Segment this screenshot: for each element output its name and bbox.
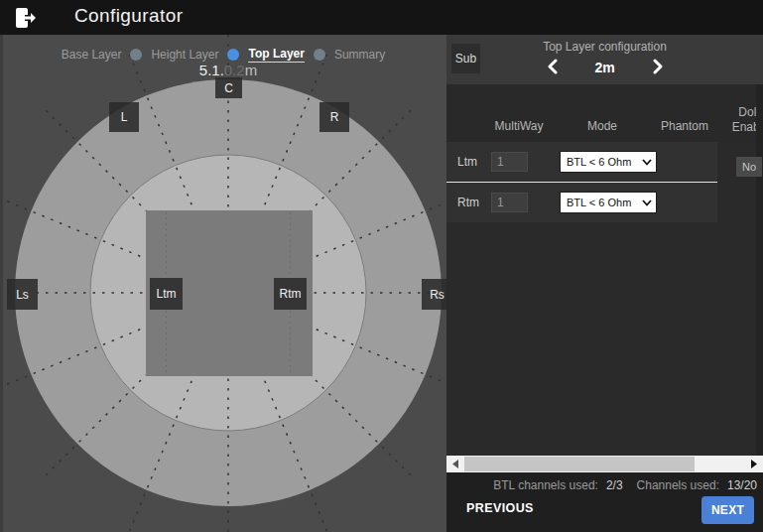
- configuration-panel: Sub Top Layer configuration 2m MultiWay …: [446, 35, 763, 532]
- configurator-app: Configurator Base Layer Height Layer Top…: [0, 0, 763, 532]
- next-button[interactable]: NEXT: [701, 496, 754, 524]
- layer-stepper: Base Layer Height Layer Top Layer Summar…: [0, 47, 446, 63]
- distance-value: 2m: [591, 60, 619, 75]
- layout-code-base: 5.1.: [199, 62, 224, 78]
- channels-used-value: 13/20: [727, 478, 757, 492]
- page-title: Configurator: [74, 5, 183, 27]
- distance-increase-button[interactable]: [653, 59, 664, 77]
- speaker-layout-panel: Base Layer Height Layer Top Layer Summar…: [0, 35, 446, 532]
- table-row-rtm: Rtm BTL < 6 Ohm: [446, 183, 717, 222]
- speaker-layout-code: 5.1.0.2m: [0, 62, 446, 78]
- step-summary[interactable]: Summary: [334, 48, 385, 62]
- mode-select-value: BTL < 6 Ohm: [561, 156, 642, 168]
- btl-channels-value: 2/3: [606, 478, 623, 492]
- step-dot[interactable]: [314, 49, 325, 61]
- room-diagram: [0, 35, 446, 532]
- channels-used-label: Channels used:: [637, 478, 719, 492]
- multiway-input-rtm[interactable]: [491, 193, 528, 212]
- channel-table-header: MultiWay Mode Phantom Dolby Enable: [446, 84, 763, 142]
- chevron-down-icon: [642, 159, 652, 166]
- chevron-left-icon: [547, 59, 558, 77]
- column-header-phantom: Phantom: [661, 119, 708, 133]
- multiway-input-ltm[interactable]: [491, 152, 528, 172]
- mode-select-rtm[interactable]: BTL < 6 Ohm: [560, 192, 657, 213]
- scroll-right-arrow-icon[interactable]: [746, 456, 762, 472]
- channel-name-label: Ltm: [457, 155, 487, 169]
- column-header-multiway: MultiWay: [495, 119, 544, 133]
- speaker-chip-left[interactable]: L: [109, 102, 139, 132]
- mode-select-value: BTL < 6 Ohm: [561, 197, 642, 208]
- config-title: Top Layer configuration: [446, 40, 763, 54]
- scroll-left-arrow-icon[interactable]: [447, 456, 463, 472]
- panel-edge-divider: [0, 35, 3, 532]
- speaker-chip-right-top-middle[interactable]: Rtm: [274, 278, 307, 310]
- chevron-down-icon: [642, 200, 652, 206]
- speaker-chip-right[interactable]: R: [319, 102, 349, 132]
- layout-code-top: 0.2: [224, 62, 245, 78]
- app-header: Configurator: [0, 0, 763, 35]
- table-row-ltm: Ltm BTL < 6 Ohm: [446, 142, 717, 183]
- step-dot-active[interactable]: [227, 49, 239, 61]
- app-logo-icon[interactable]: [13, 6, 37, 30]
- panel-right-strip: [756, 84, 763, 456]
- step-base-layer[interactable]: Base Layer: [62, 48, 122, 62]
- channel-usage-summary: BTL channels used:2/3Channels used:13/20: [493, 478, 757, 492]
- horizontal-scrollbar[interactable]: [446, 456, 763, 472]
- speaker-chip-left-top-middle[interactable]: Ltm: [150, 278, 183, 310]
- channel-table-body: Ltm BTL < 6 Ohm Rtm BTL < 6 Ohm: [446, 142, 717, 222]
- speaker-chip-right-surround[interactable]: Rs: [422, 279, 446, 310]
- scrollbar-thumb[interactable]: [464, 457, 695, 471]
- distance-decrease-button[interactable]: [547, 59, 558, 77]
- step-height-layer[interactable]: Height Layer: [151, 48, 218, 62]
- btl-channels-label: BTL channels used:: [493, 478, 598, 492]
- config-header-band: Sub Top Layer configuration 2m: [446, 35, 763, 84]
- step-dot[interactable]: [130, 49, 142, 61]
- column-header-mode: Mode: [587, 119, 617, 133]
- channel-name-label: Rtm: [457, 196, 487, 209]
- panel-footer: BTL channels used:2/3Channels used:13/20…: [446, 472, 763, 532]
- previous-button[interactable]: PREVIOUS: [466, 501, 534, 515]
- distance-selector: 2m: [446, 56, 763, 79]
- layout-code-unit: m: [245, 62, 258, 78]
- speaker-chip-center[interactable]: C: [215, 77, 242, 98]
- mode-select-ltm[interactable]: BTL < 6 Ohm: [560, 151, 657, 173]
- chevron-right-icon: [653, 59, 664, 77]
- speaker-chip-left-surround[interactable]: Ls: [7, 279, 38, 310]
- step-top-layer[interactable]: Top Layer: [248, 47, 304, 63]
- dolby-enable-value: No: [736, 157, 762, 177]
